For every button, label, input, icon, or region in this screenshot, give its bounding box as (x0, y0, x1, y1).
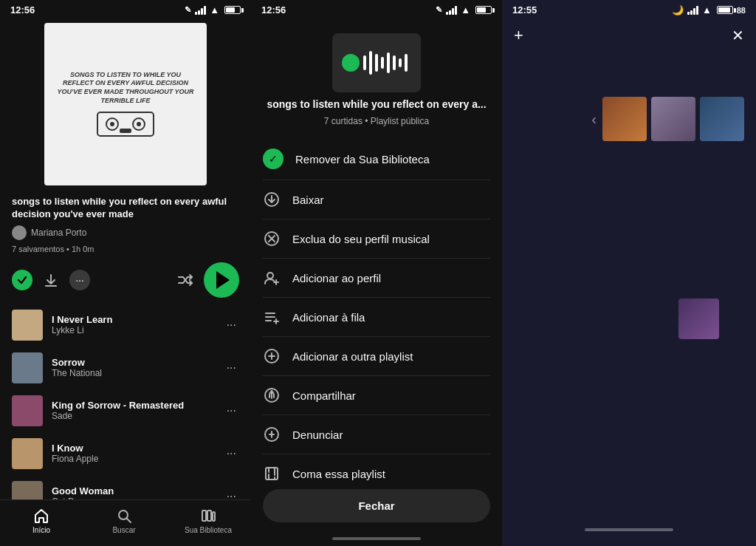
menu-label-add-playlist: Adicionar a outra playlist (292, 350, 413, 363)
svg-rect-5 (120, 129, 131, 133)
menu-item-download[interactable]: Baixar (263, 180, 490, 219)
track-more-button[interactable]: ··· (224, 315, 239, 335)
playlist-info: songs to listen while you reflect on eve… (0, 196, 251, 245)
battery-fill-3 (718, 7, 730, 13)
mini-album-2[interactable] (651, 97, 695, 141)
track-thumbnail (12, 438, 43, 469)
status-icons-1: ✎ ▲ (185, 4, 241, 16)
menu-item-share[interactable]: Compartilhar (263, 376, 490, 415)
svg-point-7 (119, 511, 128, 519)
track-list: I Never Learn Lykke Li ··· Sorrow The Na… (0, 304, 251, 499)
menu-label-add-queue: Adicionar à fila (292, 311, 365, 324)
album-strip: ‹ (502, 52, 756, 156)
shuffle-button[interactable] (177, 272, 193, 288)
time-3: 12:55 (512, 4, 537, 16)
add-playlist-svg (264, 348, 280, 364)
music-list-panel: 12:56 ✎ ▲ SONGS TO LISTEN TO WHILE YOU R… (0, 0, 251, 546)
battery-percentage: 88 (737, 6, 746, 15)
add-button[interactable]: + (514, 26, 523, 45)
close-button-p3[interactable]: ✕ (732, 27, 744, 44)
menu-playlist-meta: 7 curtidas • Playlist pública (324, 116, 429, 126)
mini-album-1[interactable] (602, 97, 647, 141)
battery-fill-2 (477, 7, 486, 13)
p3-top-controls: + ✕ (502, 18, 756, 52)
signal-bar (204, 6, 206, 15)
track-info: I Never Learn Lykke Li (52, 314, 215, 335)
meta-separator: • (66, 245, 72, 253)
menu-label-coma: Coma essa playlist (292, 468, 385, 480)
menu-items-list: ✓ Remover da Sua Biblioteca Baixar (251, 138, 502, 480)
menu-item-exclude-profile[interactable]: Exclua do seu perfil musical (263, 219, 490, 259)
signal-bar (696, 6, 698, 15)
more-options-button[interactable]: ··· (69, 270, 90, 290)
download-button[interactable] (43, 272, 59, 288)
svg-point-4 (137, 122, 141, 126)
nav-home-label: Início (32, 526, 50, 534)
svg-rect-13 (363, 55, 366, 70)
nav-library-label: Sua Biblioteca (185, 526, 232, 534)
track-more-button[interactable]: ··· (224, 401, 239, 420)
download-svg (264, 191, 280, 208)
track-item[interactable]: Sorrow The National ··· (0, 347, 251, 389)
mini-album-3[interactable] (700, 97, 744, 141)
nav-search[interactable]: Buscar (102, 508, 146, 534)
svg-point-26 (267, 273, 273, 279)
track-thumbnail (12, 395, 43, 426)
menu-label-report: Denunciar (292, 429, 343, 441)
shuffle-icon (177, 272, 193, 288)
playlist-sub-meta: 7 salvamentos • 1h 0m (0, 245, 251, 259)
svg-point-12 (342, 54, 360, 72)
play-button[interactable] (204, 262, 239, 298)
wifi-icon-1: ▲ (210, 4, 219, 16)
battery-icon-3 (717, 6, 733, 14)
svg-rect-20 (405, 54, 408, 72)
svg-rect-10 (207, 511, 211, 521)
menu-item-add-profile[interactable]: Adicionar ao perfil (263, 259, 490, 298)
svg-rect-18 (393, 55, 396, 70)
save-button[interactable] (12, 270, 32, 290)
saves-count: 7 salvamentos (12, 245, 64, 253)
track-item[interactable]: I Know Fiona Apple ··· (0, 432, 251, 475)
nav-library[interactable]: Sua Biblioteca (185, 508, 232, 534)
signal-bar (687, 12, 690, 15)
track-item[interactable]: Good Woman Cat Power ··· (0, 475, 251, 499)
library-icon (200, 508, 216, 524)
signal-bar (195, 12, 197, 15)
playlist-cover-menu (332, 33, 421, 92)
track-more-button[interactable]: ··· (224, 487, 239, 499)
track-artist: Fiona Apple (52, 454, 215, 464)
track-item[interactable]: I Never Learn Lykke Li ··· (0, 304, 251, 347)
track-item[interactable]: King of Sorrow - Remastered Sade ··· (0, 389, 251, 432)
wifi-icon-3: ▲ (702, 4, 712, 16)
time-1: 12:56 (10, 4, 35, 16)
home-icon (33, 508, 49, 524)
track-more-button[interactable]: ··· (224, 358, 239, 378)
nav-home[interactable]: Início (19, 508, 63, 534)
track-info: Sorrow The National (52, 357, 215, 378)
flag-icon (263, 426, 281, 443)
prev-album-button[interactable]: ‹ (591, 111, 597, 128)
track-thumbnail (12, 310, 43, 341)
menu-item-report[interactable]: Denunciar (263, 415, 490, 454)
svg-rect-19 (399, 58, 402, 67)
status-icons-2: ✎ ▲ (436, 4, 492, 16)
flag-svg (264, 426, 280, 443)
menu-item-coma-playlist[interactable]: Coma essa playlist (263, 454, 490, 480)
track-more-button[interactable]: ··· (224, 444, 239, 463)
menu-label-add-profile: Adicionar ao perfil (292, 272, 381, 284)
download-icon (263, 191, 281, 208)
menu-item-add-playlist[interactable]: Adicionar a outra playlist (263, 337, 490, 376)
signal-bar (693, 8, 695, 15)
context-menu-panel: 12:56 ✎ ▲ (251, 0, 502, 546)
album-art-text: SONGS TO LISTEN TO WHILE YOU REFLECT ON … (55, 71, 196, 106)
album-art-inner: SONGS TO LISTEN TO WHILE YOU REFLECT ON … (44, 23, 207, 185)
menu-item-remove-library[interactable]: ✓ Remover da Sua Biblioteca (263, 138, 490, 180)
close-menu-button[interactable]: Fechar (263, 489, 490, 522)
add-playlist-icon (263, 347, 281, 365)
signal-bar (449, 10, 451, 15)
bottom-nav: Início Buscar Sua Biblioteca (0, 499, 251, 546)
svg-rect-11 (213, 512, 215, 521)
svg-point-3 (110, 122, 114, 126)
signal-bar (446, 12, 448, 15)
menu-item-add-queue[interactable]: Adicionar à fila (263, 298, 490, 337)
